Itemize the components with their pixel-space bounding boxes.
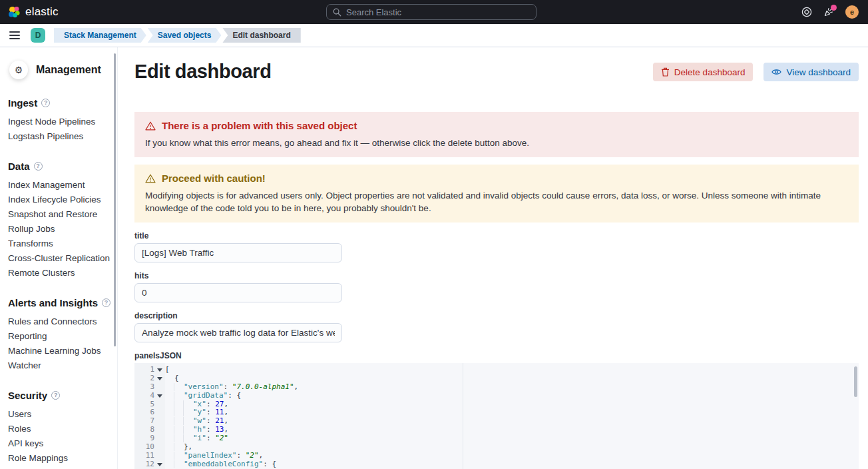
elastic-logo-icon bbox=[8, 6, 20, 18]
form-group-hits: hits bbox=[134, 271, 859, 302]
code-line: 8"h": 13, bbox=[134, 426, 859, 434]
description-input[interactable] bbox=[134, 323, 342, 342]
form-group-title: title bbox=[134, 231, 859, 262]
warning-callout-body: Modifying objects is for advanced users … bbox=[145, 189, 848, 215]
sidebar-item-reporting[interactable]: Reporting bbox=[8, 329, 117, 344]
cloud-deployment-icon[interactable] bbox=[801, 7, 812, 17]
sidebar-title: Management bbox=[36, 64, 101, 76]
user-avatar[interactable]: e bbox=[845, 5, 859, 19]
line-number: 11 bbox=[134, 452, 154, 460]
global-search[interactable] bbox=[326, 4, 537, 20]
sidebar-section-data: Data?Index ManagementIndex Lifecycle Pol… bbox=[8, 161, 117, 280]
delete-dashboard-button[interactable]: Delete dashboard bbox=[653, 63, 754, 81]
fold-arrow-icon[interactable] bbox=[157, 377, 162, 380]
breadcrumb-item-edit-dashboard: Edit dashboard bbox=[222, 28, 300, 43]
breadcrumb: Stack ManagementSaved objectsEdit dashbo… bbox=[54, 28, 301, 43]
code-line: 4"gridData": { bbox=[134, 392, 859, 400]
panelsjson-code-editor[interactable]: 1[2{3"version": "7.0.0-alpha1",4"gridDat… bbox=[134, 363, 859, 469]
sidebar-item-rollup-jobs[interactable]: Rollup Jobs bbox=[8, 222, 117, 236]
code-line: 12"embeddableConfig": { bbox=[134, 460, 859, 469]
form-group-description: description bbox=[134, 311, 859, 342]
notification-dot bbox=[831, 5, 837, 11]
sidebar-item-rules-and-connectors[interactable]: Rules and Connectors bbox=[8, 314, 117, 329]
error-callout-title: There is a problem with this saved objec… bbox=[162, 120, 357, 131]
code-line: 1[ bbox=[134, 366, 859, 374]
gear-icon: ⚙ bbox=[9, 61, 28, 79]
sidebar-section-title: Data? bbox=[8, 161, 117, 172]
code-line: 9"i": "2" bbox=[134, 434, 859, 443]
eye-icon bbox=[771, 68, 781, 76]
sidebar-item-role-mappings[interactable]: Role Mappings bbox=[8, 451, 117, 466]
elastic-logo[interactable]: elastic bbox=[8, 5, 59, 19]
warning-callout: Proceed with caution! Modifying objects … bbox=[134, 165, 859, 223]
help-icon: ? bbox=[41, 99, 50, 107]
title-input[interactable] bbox=[134, 243, 342, 262]
breadcrumb-bar: D Stack ManagementSaved objectsEdit dash… bbox=[0, 24, 868, 47]
panelsjson-label: panelsJSON bbox=[134, 351, 859, 360]
warning-callout-title: Proceed with caution! bbox=[162, 173, 266, 184]
sidebar-section-title: Ingest? bbox=[8, 97, 117, 109]
help-icon: ? bbox=[51, 391, 60, 400]
help-icon: ? bbox=[34, 162, 43, 171]
sidebar-item-watcher[interactable]: Watcher bbox=[8, 358, 117, 373]
sidebar-item-api-keys[interactable]: API keys bbox=[8, 436, 117, 451]
code-line: 5"x": 27, bbox=[134, 400, 859, 409]
newsfeed-icon[interactable] bbox=[823, 7, 834, 17]
sidebar-item-index-lifecycle-policies[interactable]: Index Lifecycle Policies bbox=[8, 193, 117, 207]
sidebar-item-cross-cluster-replication[interactable]: Cross-Cluster Replication bbox=[8, 251, 117, 266]
breadcrumb-item-stack-management[interactable]: Stack Management bbox=[54, 28, 146, 43]
search-input[interactable] bbox=[346, 7, 530, 17]
error-callout-body: If you know what this error means, go ah… bbox=[145, 137, 848, 149]
sidebar-section-ingest: Ingest?Ingest Node PipelinesLogstash Pip… bbox=[8, 97, 117, 144]
hits-input[interactable] bbox=[134, 283, 342, 302]
line-number: 12 bbox=[134, 460, 154, 469]
sidebar-section-security: Security?UsersRolesAPI keysRole Mappings bbox=[8, 390, 117, 466]
sidebar-header: ⚙ Management bbox=[9, 61, 117, 79]
fold-arrow-icon[interactable] bbox=[157, 463, 162, 466]
sidebar-section-title: Security? bbox=[8, 390, 117, 401]
view-dashboard-button[interactable]: View dashboard bbox=[763, 63, 859, 81]
sidebar-item-index-management[interactable]: Index Management bbox=[8, 178, 117, 193]
alert-icon bbox=[145, 121, 156, 131]
sidebar-section-alerts-and-insights: Alerts and Insights?Rules and Connectors… bbox=[8, 297, 117, 373]
fold-arrow-icon[interactable] bbox=[157, 368, 162, 372]
line-number: 4 bbox=[134, 392, 154, 400]
fold-arrow-icon[interactable] bbox=[157, 394, 162, 398]
sidebar-item-ingest-node-pipelines[interactable]: Ingest Node Pipelines bbox=[8, 115, 117, 129]
sidebar-scrollbar[interactable] bbox=[114, 53, 116, 346]
editor-scrollbar[interactable] bbox=[854, 366, 857, 397]
saved-object-form: titlehitsdescription bbox=[134, 231, 859, 342]
elastic-logo-text: elastic bbox=[25, 5, 59, 19]
space-avatar[interactable]: D bbox=[31, 28, 45, 43]
sidebar-item-users[interactable]: Users bbox=[8, 407, 117, 422]
code-line: 3"version": "7.0.0-alpha1", bbox=[134, 383, 859, 392]
alert-icon bbox=[145, 174, 156, 183]
sidebar: ⚙ Management Ingest?Ingest Node Pipeline… bbox=[0, 47, 118, 469]
breadcrumb-item-saved-objects[interactable]: Saved objects bbox=[148, 28, 222, 43]
top-header-bar: elastic e bbox=[0, 0, 868, 24]
title-field-label: title bbox=[134, 231, 859, 240]
sidebar-item-roles[interactable]: Roles bbox=[8, 422, 117, 436]
sidebar-item-remote-clusters[interactable]: Remote Clusters bbox=[8, 266, 117, 280]
line-number: 3 bbox=[134, 383, 154, 392]
page-title: Edit dashboard bbox=[134, 61, 271, 83]
sidebar-item-machine-learning-jobs[interactable]: Machine Learning Jobs bbox=[8, 344, 117, 358]
menu-icon[interactable] bbox=[6, 27, 23, 44]
error-callout: There is a problem with this saved objec… bbox=[134, 112, 859, 157]
trash-icon bbox=[661, 67, 670, 77]
line-number: 1 bbox=[134, 366, 154, 374]
description-field-label: description bbox=[134, 311, 859, 320]
sidebar-item-transforms[interactable]: Transforms bbox=[8, 236, 117, 251]
line-number: 10 bbox=[134, 443, 154, 452]
hits-field-label: hits bbox=[134, 271, 859, 280]
help-icon: ? bbox=[102, 298, 110, 307]
sidebar-section-title: Alerts and Insights? bbox=[8, 297, 117, 308]
header-actions: e bbox=[801, 5, 860, 19]
code-line: 6"y": 11, bbox=[134, 408, 859, 417]
sidebar-item-logstash-pipelines[interactable]: Logstash Pipelines bbox=[8, 129, 117, 144]
line-number: 2 bbox=[134, 374, 154, 383]
code-line: 7"w": 21, bbox=[134, 417, 859, 426]
sidebar-item-snapshot-and-restore[interactable]: Snapshot and Restore bbox=[8, 207, 117, 222]
main-content: Edit dashboard Delete dashboard View bbox=[118, 47, 868, 469]
search-icon bbox=[333, 8, 341, 17]
